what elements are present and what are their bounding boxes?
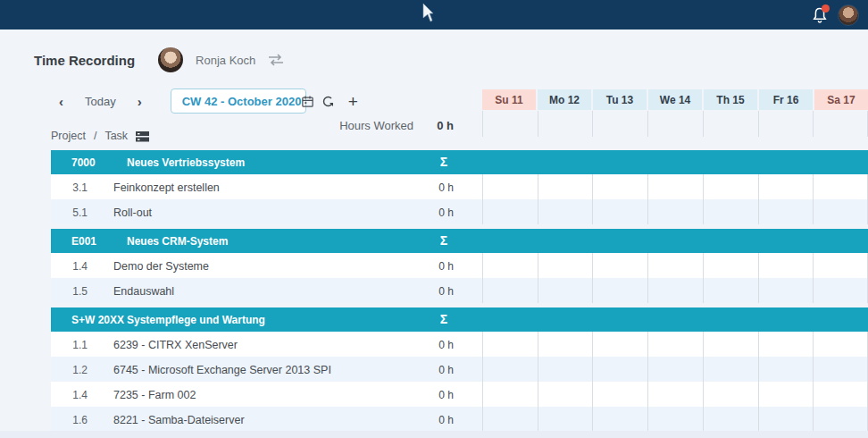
day-entry-cell[interactable] [592,278,647,303]
day-entry-cell[interactable] [813,174,868,199]
task-number: 1.2 [51,364,88,376]
day-entry-cell[interactable] [758,278,814,303]
project-header-row[interactable]: E001Neues CRM-SystemΣ [51,229,868,253]
day-entry-cell[interactable] [647,278,703,303]
task-row[interactable]: 3.1Feinkonzept erstellen0 h [51,174,868,199]
project-code: 7000 [71,156,96,169]
day-entry-cell[interactable] [592,199,647,224]
day-entry-cell[interactable] [758,407,814,432]
hours-worked-value: 0 h [413,119,454,132]
day-entry-cell[interactable] [538,278,593,303]
task-row[interactable]: 1.47235 - Farm 0020 h [51,382,868,407]
notification-bell-icon[interactable] [811,6,829,24]
task-row[interactable]: 1.68221 - Samba-Dateiserver0 h [51,407,868,432]
switch-user-icon[interactable] [268,54,284,66]
day-entry-cell[interactable] [703,407,758,432]
day-header-su-11[interactable]: Su 11 [482,89,536,110]
day-entry-cell[interactable] [592,407,647,432]
prev-week-button[interactable]: ‹ [54,94,69,109]
task-row[interactable]: 1.4Demo der Systeme0 h [51,253,868,278]
calendar-week-picker[interactable]: CW 42 - October 2020 [171,88,306,114]
project-header-row[interactable]: 7000Neues VertriebssystemΣ [51,150,868,174]
day-entry-cell[interactable] [482,199,538,224]
day-entry-cell[interactable] [813,253,868,278]
day-entry-cell[interactable] [482,332,538,357]
task-name: Roll-out [113,206,152,219]
day-entry-cell[interactable] [592,332,647,357]
task-row[interactable]: 1.26745 - Microsoft Exchange Server 2013… [51,357,868,382]
today-button[interactable]: Today [69,95,132,108]
day-entry-cell[interactable] [813,278,868,303]
task-name: Endauswahl [113,285,174,298]
day-entry-cell[interactable] [813,199,868,224]
time-recording-table: 7000Neues VertriebssystemΣ3.1Feinkonzept… [51,150,868,432]
day-entry-cell[interactable] [538,357,593,382]
day-entry-cell[interactable] [703,357,758,382]
day-entry-cell[interactable] [703,199,758,224]
day-header-th-15[interactable]: Th 15 [704,89,757,110]
day-entry-cell[interactable] [647,253,703,278]
day-entry-cell[interactable] [538,332,593,357]
employee-avatar[interactable] [158,47,183,72]
task-row[interactable]: 1.16239 - CITRX XenServer0 h [51,332,868,357]
day-entry-cell[interactable] [538,382,593,407]
day-entry-cell[interactable] [813,357,868,382]
day-entry-cell[interactable] [813,382,868,407]
day-entry-cell[interactable] [538,407,593,432]
row-density-icon[interactable] [136,131,149,142]
next-week-button[interactable]: › [132,94,147,109]
project-name: Systempflege und Wartung [127,314,265,326]
task-hours-total: 0 h [438,364,454,376]
day-entry-cell[interactable] [592,357,647,382]
day-entry-cell[interactable] [813,407,868,432]
day-entry-cell[interactable] [758,199,814,224]
project-label: Project [51,130,86,142]
task-row[interactable]: 5.1Roll-out0 h [51,199,868,224]
day-header-sa-17[interactable]: Sa 17 [814,89,868,110]
employee-name: Ronja Koch [196,54,255,67]
day-entry-cell[interactable] [703,278,758,303]
mouse-cursor-icon [421,3,440,29]
page-footer-strip [0,431,868,438]
day-entry-cell[interactable] [647,407,703,432]
day-header-tu-13[interactable]: Tu 13 [593,89,647,110]
day-entry-cell[interactable] [482,253,538,278]
day-entry-cell[interactable] [703,332,758,357]
day-header-we-14[interactable]: We 14 [648,89,702,110]
day-entry-cell[interactable] [482,357,538,382]
day-entry-cell[interactable] [647,199,703,224]
day-header-mo-12[interactable]: Mo 12 [538,89,591,110]
project-header-row[interactable]: S+W 20XXSystempflege und WartungΣ [51,307,868,332]
day-entry-cell[interactable] [758,357,814,382]
day-entry-cell[interactable] [647,382,703,407]
day-entry-cell[interactable] [703,253,758,278]
day-entry-cell[interactable] [703,174,758,199]
day-entry-cell[interactable] [482,407,538,432]
day-entry-cell[interactable] [758,382,814,407]
day-entry-cell[interactable] [647,332,703,357]
task-number: 1.1 [51,339,88,351]
day-entry-cell[interactable] [647,357,703,382]
day-entry-cell[interactable] [482,174,538,199]
day-entry-cell[interactable] [538,199,593,224]
day-entry-cell[interactable] [538,174,593,199]
project-code: S+W 20XX [71,314,124,326]
day-entry-cell[interactable] [482,278,538,303]
topbar-user-avatar[interactable] [838,4,859,26]
day-entry-cell[interactable] [758,174,814,199]
day-header-fr-16[interactable]: Fr 16 [759,89,813,110]
day-entry-cell[interactable] [647,174,703,199]
day-entry-cell[interactable] [592,174,647,199]
day-entry-cell[interactable] [482,382,538,407]
day-entry-cell[interactable] [592,253,647,278]
day-entry-cell[interactable] [758,332,814,357]
day-entry-cell[interactable] [538,253,593,278]
add-row-button[interactable]: + [348,93,358,110]
day-entry-cell[interactable] [592,382,647,407]
day-entry-cell[interactable] [703,382,758,407]
refresh-icon[interactable] [321,94,336,109]
topbar [0,0,868,29]
day-entry-cell[interactable] [813,332,868,357]
task-row[interactable]: 1.5Endauswahl0 h [51,278,868,303]
day-entry-cell[interactable] [758,253,814,278]
